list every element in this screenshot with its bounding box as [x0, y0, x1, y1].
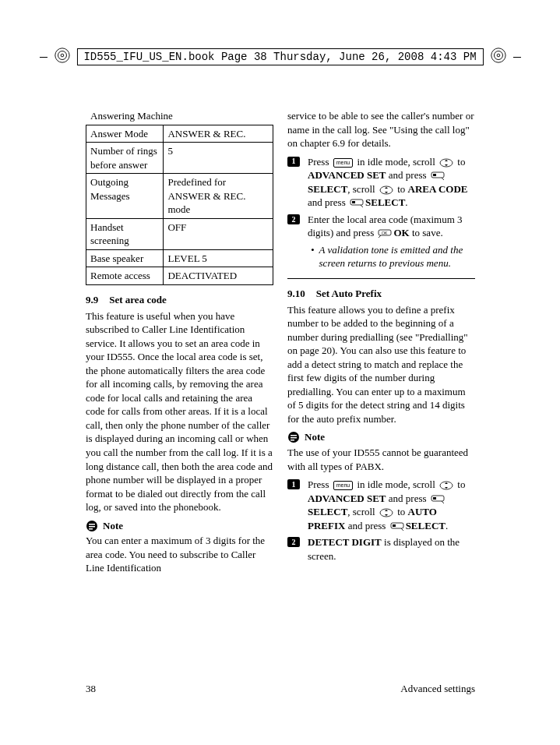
note-text: The use of your ID555 cannot be guarante… [287, 446, 475, 473]
svg-point-3 [491, 48, 505, 62]
cell-val: LEVEL 5 [164, 249, 273, 267]
nav-key-icon [379, 508, 393, 517]
svg-point-4 [494, 51, 502, 60]
footer-section: Advanced settings [400, 683, 475, 695]
svg-rect-15 [352, 201, 355, 203]
table-row: Outgoing MessagesPredefined for ANSWER &… [86, 174, 273, 219]
cell-key: Remote access [86, 267, 164, 285]
steps-9-9: 1 Press menu in idle mode, scroll to ADV… [287, 155, 475, 270]
cell-val: ANSWER & REC. [164, 125, 273, 143]
note-label: Note [305, 430, 325, 444]
note-icon [287, 431, 300, 443]
svg-rect-9 [89, 528, 93, 530]
cell-key: Handset screening [86, 218, 164, 249]
right-column: service to be able to see the caller's n… [287, 109, 475, 580]
table-row: Base speakerLEVEL 5 [86, 249, 273, 267]
ok-key-icon: OK [378, 229, 392, 238]
step-2: 2 Enter the local area code (maximum 3 d… [287, 213, 475, 270]
section-title: Set area code [109, 294, 166, 305]
svg-rect-21 [291, 440, 294, 441]
table-row: Remote accessDEACTIVATED [86, 267, 273, 285]
steps-9-10: 1 Press menu in idle mode, scroll to ADV… [287, 478, 475, 563]
step-number-icon: 1 [287, 479, 300, 489]
soft-key-icon [390, 522, 404, 531]
note-label: Note [103, 519, 123, 533]
nav-key-icon [439, 158, 453, 168]
step-1: 1 Press menu in idle mode, scroll to ADV… [287, 155, 475, 210]
step-body: Press menu in idle mode, scroll to ADVAN… [308, 478, 475, 532]
step-body: DETECT DIGIT is displayed on the screen. [308, 535, 475, 563]
step-number-icon: 2 [287, 214, 300, 224]
note-text-part1: You can enter a maximum of 3 digits for … [86, 534, 273, 575]
table-title: Answering Machine [90, 109, 273, 123]
soft-key-icon [431, 171, 445, 181]
cell-val: OFF [164, 218, 273, 249]
note-heading: Note [287, 430, 475, 444]
page-body: Answering Machine Answer ModeANSWER & RE… [86, 109, 475, 580]
svg-rect-24 [433, 497, 436, 500]
step-number-icon: 1 [287, 157, 300, 167]
left-column: Answering Machine Answer ModeANSWER & RE… [86, 109, 273, 580]
svg-rect-27 [393, 524, 396, 527]
cell-val: DEACTIVATED [164, 267, 273, 285]
svg-point-0 [55, 48, 69, 62]
section-divider [287, 278, 475, 279]
step-1: 1 Press menu in idle mode, scroll to ADV… [287, 478, 475, 532]
cell-key: Answer Mode [86, 125, 164, 143]
cell-key: Outgoing Messages [86, 174, 164, 219]
svg-text:OK: OK [382, 231, 388, 235]
cell-val: 5 [164, 143, 273, 174]
section-9-9-body: This feature is useful when you have sub… [86, 309, 273, 514]
spiral-icon [490, 47, 507, 67]
table-row: Number of rings before answer5 [86, 143, 273, 174]
section-heading-9-10: 9.10Set Auto Prefix [287, 287, 475, 301]
svg-rect-12 [433, 174, 436, 176]
banner-line-left [39, 57, 47, 58]
svg-rect-19 [291, 435, 297, 436]
banner-text: ID555_IFU_US_EN.book Page 38 Thursday, J… [76, 48, 483, 65]
section-heading-9-9: 9.9Set area code [86, 293, 273, 307]
cell-key: Number of rings before answer [86, 143, 164, 174]
table-row: Answer ModeANSWER & REC. [86, 125, 273, 143]
section-number: 9.9 [86, 293, 98, 307]
soft-key-icon [431, 495, 445, 504]
section-number: 9.10 [287, 287, 305, 301]
menu-key-icon: menu [333, 481, 354, 490]
svg-rect-7 [89, 524, 95, 525]
step-result: •A validation tone is emitted and the sc… [311, 243, 475, 270]
svg-rect-8 [89, 526, 95, 528]
nav-key-icon [379, 185, 393, 195]
menu-key-icon: menu [333, 158, 354, 168]
bullet-icon: • [311, 243, 315, 270]
svg-point-1 [58, 51, 66, 60]
svg-point-5 [497, 54, 500, 57]
table-row: Handset screeningOFF [86, 218, 273, 249]
page-number: 38 [86, 683, 96, 695]
soft-key-icon [350, 199, 364, 208]
note-heading: Note [86, 519, 273, 533]
cell-val: Predefined for ANSWER & REC. mode [164, 174, 273, 219]
step-2: 2 DETECT DIGIT is displayed on the scree… [287, 535, 475, 563]
framemaker-banner: ID555_IFU_US_EN.book Page 38 Thursday, J… [39, 47, 520, 67]
spiral-icon [53, 47, 70, 67]
banner-line-right [513, 57, 521, 58]
note-text-part2: service to be able to see the caller's n… [287, 109, 475, 150]
section-9-10-body: This feature allows you to define a pref… [287, 303, 475, 426]
nav-key-icon [439, 481, 453, 490]
step-body: Press menu in idle mode, scroll to ADVAN… [308, 155, 475, 210]
step-number-icon: 2 [287, 537, 300, 547]
svg-point-2 [61, 54, 64, 57]
step-body: Enter the local area code (maximum 3 dig… [308, 213, 475, 270]
section-title: Set Auto Prefix [316, 288, 382, 299]
settings-table: Answer ModeANSWER & REC. Number of rings… [86, 125, 273, 285]
svg-rect-20 [291, 437, 297, 439]
page-footer: 38 Advanced settings [86, 683, 475, 695]
cell-key: Base speaker [86, 249, 164, 267]
note-icon [86, 520, 98, 532]
